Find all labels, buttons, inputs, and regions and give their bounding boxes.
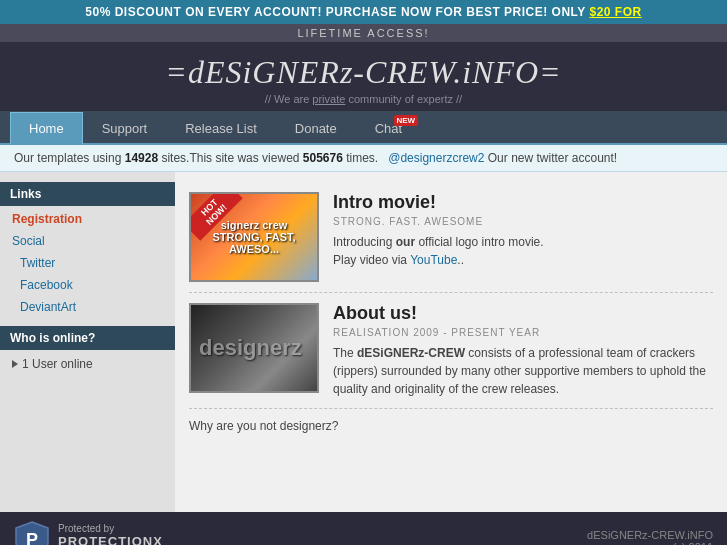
sidebar-links-title: Links	[0, 182, 175, 206]
protect-label: Protected by PROTECTIONX online web shie…	[58, 523, 163, 546]
article-intro-subtitle: STRONG. FAST. AWESOME	[333, 216, 713, 227]
thumb-about-text: designerz	[190, 323, 318, 373]
info-middle: sites.This site was viewed	[158, 151, 303, 165]
about-thumb-svg: designerz	[194, 327, 314, 367]
info-suffix: times.	[343, 151, 378, 165]
sidebar-item-deviantart[interactable]: DeviantArt	[0, 296, 175, 318]
article-about-subtitle: Realisation 2009 - Present year	[333, 327, 713, 338]
tab-chat[interactable]: Chat NEW	[356, 112, 421, 144]
youtube-link[interactable]: YouTube	[410, 253, 457, 267]
lifetime-bar: LIFETIME ACCESS!	[0, 24, 727, 42]
content-area: HOT NOW! signerz crewSTRONG, FAST, AWESO…	[175, 172, 727, 512]
svg-text:P: P	[26, 530, 38, 545]
sidebar-item-twitter[interactable]: Twitter	[0, 252, 175, 274]
footer-copyright: dESiGNERz-CREW.iNFO (c) 2011	[587, 529, 713, 545]
tab-home[interactable]: Home	[10, 112, 83, 144]
article-intro-text: Introducing our official logo intro movi…	[333, 233, 713, 269]
article-intro: HOT NOW! signerz crewSTRONG, FAST, AWESO…	[189, 182, 713, 293]
sidebar-item-registration[interactable]: Registration	[0, 208, 175, 230]
article-about-body: About us! Realisation 2009 - Present yea…	[333, 303, 713, 398]
footer-logo: P Protected by PROTECTIONX online web sh…	[14, 520, 163, 545]
arrow-icon	[12, 360, 18, 368]
tab-support[interactable]: Support	[83, 112, 167, 144]
info-bar: Our templates using 14928 sites.This sit…	[0, 145, 727, 172]
footer: P Protected by PROTECTIONX online web sh…	[0, 512, 727, 545]
header: =dESiGNERz-CREW.iNFO= // We are private …	[0, 42, 727, 111]
tab-donate[interactable]: Donate	[276, 112, 356, 144]
article-about-title: About us!	[333, 303, 713, 324]
logo: =dESiGNERz-CREW.iNFO=	[10, 54, 717, 91]
sidebar-item-social[interactable]: Social	[0, 230, 175, 252]
navbar: Home Support Release List Donate Chat NE…	[0, 111, 727, 145]
sidebar-online-section: Who is online? 1 User online	[0, 326, 175, 376]
twitter-text: Our new twitter account!	[484, 151, 617, 165]
article-about-thumb: designerz	[189, 303, 319, 393]
main-layout: Links Registration Social Twitter Facebo…	[0, 172, 727, 512]
article-intro-body: Intro movie! STRONG. FAST. AWESOME Intro…	[333, 192, 713, 282]
shield-icon: P	[14, 520, 50, 545]
article-about-text: The dESiGNERz-CREW consists of a profess…	[333, 344, 713, 398]
views-count: 505676	[303, 151, 343, 165]
twitter-handle[interactable]: @designerzcrew2	[388, 151, 484, 165]
lifetime-text: LIFETIME ACCESS!	[297, 27, 429, 39]
article-about: designerz About us! Realisation 2009 - P…	[189, 293, 713, 409]
info-prefix: Our templates using	[14, 151, 125, 165]
banner-text: 50% DISCOUNT ON EVERY ACCOUNT! PURCHASE …	[85, 5, 589, 19]
footer-site-name: dESiGNERz-CREW.iNFO	[587, 529, 713, 541]
footer-year: (c) 2011	[587, 541, 713, 545]
new-badge: NEW	[394, 115, 419, 126]
tagline: // We are private community of expertz /…	[10, 93, 717, 105]
article-intro-title: Intro movie!	[333, 192, 713, 213]
sidebar-online-title: Who is online?	[0, 326, 175, 350]
tab-release-list[interactable]: Release List	[166, 112, 276, 144]
article-intro-thumb: HOT NOW! signerz crewSTRONG, FAST, AWESO…	[189, 192, 319, 282]
sidebar-item-facebook[interactable]: Facebook	[0, 274, 175, 296]
footer-protect-info: Protected by PROTECTIONX online web shie…	[58, 523, 163, 546]
logo-text: =dESiGNERz-CREW.iNFO=	[165, 54, 561, 90]
top-banner: 50% DISCOUNT ON EVERY ACCOUNT! PURCHASE …	[0, 0, 727, 24]
svg-text:designerz: designerz	[199, 335, 302, 360]
why-text: Why are you not designerz?	[189, 409, 713, 443]
sites-count: 14928	[125, 151, 158, 165]
sidebar-online-count: 1 User online	[0, 352, 175, 376]
sidebar: Links Registration Social Twitter Facebo…	[0, 172, 175, 512]
banner-price-link[interactable]: $20 FOR	[589, 5, 641, 19]
